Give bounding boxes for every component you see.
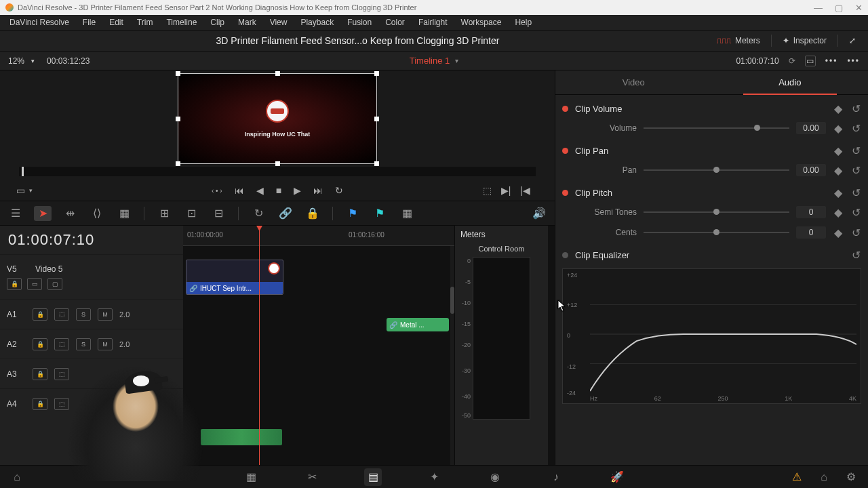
position-lock-icon[interactable]: 🔒 bbox=[304, 206, 321, 221]
menu-view[interactable]: View bbox=[263, 18, 294, 27]
home-icon[interactable]: ⌂ bbox=[8, 468, 26, 486]
section-enable-dot[interactable] bbox=[562, 148, 568, 154]
reset-icon[interactable]: ↺ bbox=[850, 249, 861, 260]
menu-edit[interactable]: Edit bbox=[102, 18, 130, 27]
track-header-a4[interactable]: A4 🔒 ⬚ bbox=[0, 388, 183, 418]
track-visibility-icon[interactable]: ▢ bbox=[47, 278, 62, 290]
track-auto-select-icon[interactable]: ▭ bbox=[27, 278, 42, 290]
keyframe-icon[interactable]: ◆ bbox=[833, 123, 844, 134]
transform-handle[interactable] bbox=[176, 71, 180, 76]
semitones-slider[interactable] bbox=[644, 211, 789, 213]
timeline-ruler[interactable]: 01:00:00:00 01:00:16:00 bbox=[183, 226, 454, 246]
track-header-a1[interactable]: A1 🔒 ⬚ S M 2.0 bbox=[0, 299, 183, 329]
fusion-page-icon[interactable]: ✦ bbox=[425, 468, 443, 486]
track-record-icon[interactable]: ⬚ bbox=[54, 398, 69, 410]
track-record-icon[interactable]: ⬚ bbox=[54, 308, 69, 321]
deliver-page-icon[interactable]: 🚀 bbox=[608, 468, 626, 486]
keyframe-icon[interactable]: ◆ bbox=[833, 103, 844, 114]
menu-file[interactable]: File bbox=[76, 18, 102, 27]
menu-fairlight[interactable]: Fairlight bbox=[412, 18, 454, 27]
track-mute-button[interactable]: M bbox=[98, 308, 113, 321]
audio-clip[interactable]: 🔗 Metal ... bbox=[387, 318, 449, 331]
menu-trim[interactable]: Trim bbox=[130, 18, 160, 27]
track-record-icon[interactable]: ⬚ bbox=[54, 368, 69, 380]
reset-icon[interactable]: ↺ bbox=[850, 165, 861, 176]
menu-davinci[interactable]: DaVinci Resolve bbox=[3, 18, 76, 27]
reset-icon[interactable]: ↺ bbox=[850, 187, 861, 198]
inspector-toggle-button[interactable]: ✦ Inspector bbox=[776, 34, 833, 47]
transform-handle[interactable] bbox=[374, 117, 379, 121]
transform-handle[interactable] bbox=[275, 71, 280, 76]
transform-dropdown-icon[interactable]: ▾ bbox=[29, 187, 33, 194]
warning-icon[interactable]: ⚠ bbox=[788, 468, 806, 486]
track-lock-icon[interactable]: 🔒 bbox=[7, 278, 22, 290]
eq-graph[interactable]: +24 +12 0 -12 -24 bbox=[562, 268, 861, 404]
volume-value[interactable]: 0.00 bbox=[796, 122, 826, 134]
keyframe-icon[interactable]: ◆ bbox=[833, 227, 844, 238]
retime-icon[interactable]: ↻ bbox=[250, 206, 267, 221]
inspector-tab-video[interactable]: Video bbox=[555, 70, 712, 94]
track-solo-button[interactable]: S bbox=[76, 338, 91, 350]
pan-slider[interactable] bbox=[644, 169, 789, 171]
audio-waveform[interactable] bbox=[201, 429, 282, 445]
pan-value[interactable]: 0.00 bbox=[796, 164, 826, 176]
inspector-tab-audio[interactable]: Audio bbox=[712, 70, 869, 94]
zoom-dropdown-icon[interactable]: ▾ bbox=[31, 58, 35, 64]
color-page-icon[interactable]: ◉ bbox=[486, 468, 504, 486]
next-edit-button[interactable]: |◀ bbox=[520, 185, 530, 196]
bypass-icon[interactable]: ⟳ bbox=[789, 56, 795, 66]
play-button[interactable]: ▶ bbox=[294, 185, 301, 196]
timeline-canvas[interactable]: 01:00:00:00 01:00:16:00 🔗 IHUCT Sep Intr… bbox=[183, 226, 555, 465]
match-frame-icon[interactable]: ⬚ bbox=[483, 185, 492, 196]
fairlight-page-icon[interactable]: ♪ bbox=[547, 468, 565, 486]
cents-value[interactable]: 0 bbox=[796, 226, 826, 239]
track-lock-icon[interactable]: 🔒 bbox=[33, 308, 47, 321]
cents-slider[interactable] bbox=[644, 232, 789, 233]
track-lock-icon[interactable]: 🔒 bbox=[33, 338, 47, 350]
track-solo-button[interactable]: S bbox=[76, 308, 91, 321]
project-manager-icon[interactable]: ⌂ bbox=[815, 468, 833, 486]
viewer-frame[interactable]: Inspiring How UC That bbox=[178, 73, 377, 164]
transform-handle[interactable] bbox=[374, 71, 379, 76]
maximize-icon[interactable]: ▢ bbox=[835, 3, 843, 13]
track-record-icon[interactable]: ⬚ bbox=[54, 338, 69, 350]
step-forward-button[interactable]: ⏭ bbox=[313, 185, 323, 196]
cut-page-icon[interactable]: ✂ bbox=[303, 468, 321, 486]
reset-icon[interactable]: ↺ bbox=[850, 145, 861, 156]
menu-fusion[interactable]: Fusion bbox=[340, 18, 378, 27]
meters-toggle-button[interactable]: ⎍⎍⎍ Meters bbox=[710, 34, 767, 47]
settings-icon[interactable]: ⚙ bbox=[842, 468, 860, 486]
track-lock-icon[interactable]: 🔒 bbox=[33, 368, 47, 380]
marker-icon[interactable]: ⚑ bbox=[371, 206, 389, 221]
arrow-tool-icon[interactable]: ➤ bbox=[34, 206, 52, 221]
track-header-v5[interactable]: V5 Video 5 🔒 ▭ ▢ bbox=[0, 254, 183, 299]
semitones-value[interactable]: 0 bbox=[796, 206, 826, 218]
options-icon[interactable]: ••• bbox=[825, 56, 838, 66]
track-lock-icon[interactable]: 🔒 bbox=[33, 398, 47, 410]
keyframe-icon[interactable]: ◆ bbox=[833, 145, 844, 156]
stop-button[interactable]: ■ bbox=[276, 185, 281, 196]
close-icon[interactable]: ✕ bbox=[855, 3, 863, 13]
menu-workspace[interactable]: Workspace bbox=[454, 18, 509, 27]
section-enable-dot[interactable] bbox=[562, 190, 568, 196]
reset-icon[interactable]: ↺ bbox=[850, 227, 861, 238]
track-header-a2[interactable]: A2 🔒 ⬚ S M 2.0 bbox=[0, 329, 183, 359]
step-back-button[interactable]: ◀ bbox=[256, 185, 264, 196]
snap-icon[interactable]: ▦ bbox=[398, 206, 416, 221]
more-options-icon[interactable]: ••• bbox=[847, 56, 860, 66]
insert-clip-icon[interactable]: ⊞ bbox=[155, 206, 173, 221]
track-header-a3[interactable]: A3 🔒 ⬚ bbox=[0, 359, 183, 388]
last-frame-button[interactable]: ▶| bbox=[501, 185, 511, 196]
crop-icon[interactable]: ▭ bbox=[16, 185, 25, 196]
timeline-scrollbar[interactable] bbox=[450, 246, 454, 465]
menu-mark[interactable]: Mark bbox=[231, 18, 263, 27]
edit-page-icon[interactable]: ▤ bbox=[364, 468, 382, 486]
menu-playback[interactable]: Playback bbox=[294, 18, 340, 27]
keyframe-icon[interactable]: ◆ bbox=[833, 187, 844, 198]
transform-handle[interactable] bbox=[374, 161, 379, 166]
overwrite-clip-icon[interactable]: ⊡ bbox=[182, 206, 200, 221]
track-mute-button[interactable]: M bbox=[98, 338, 113, 350]
replace-clip-icon[interactable]: ⊟ bbox=[210, 206, 227, 221]
single-viewer-icon[interactable]: ▭ bbox=[805, 56, 816, 66]
timeline-view-icon[interactable]: ☰ bbox=[7, 206, 24, 221]
